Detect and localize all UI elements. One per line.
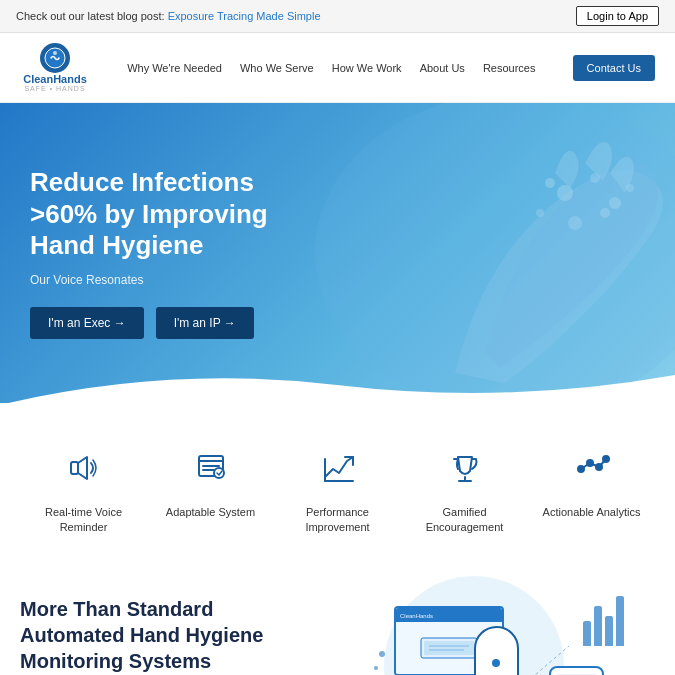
svg-point-5 [609,197,621,209]
svg-point-7 [568,216,582,230]
nav-resources[interactable]: Resources [483,62,536,74]
settings-icon [186,443,236,493]
chart-bars [583,596,624,646]
nav-about[interactable]: About Us [420,62,465,74]
svg-point-16 [214,468,224,478]
svg-point-10 [600,208,610,218]
contact-button[interactable]: Contact Us [573,55,655,81]
trophy-icon [440,443,490,493]
announcement-link[interactable]: Exposure Tracing Made Simple [168,10,321,22]
bar-1 [583,621,591,646]
logo-sub: SAFE • HANDS [24,85,85,92]
bar-2 [594,606,602,646]
svg-point-1 [53,51,57,55]
nav-why-needed[interactable]: Why We're Needed [127,62,222,74]
svg-point-4 [590,173,600,183]
hero-title: Reduce Infections >60% by Improving Hand… [30,167,290,261]
logo: CleanHands SAFE • HANDS [20,43,90,92]
chart-up-icon [313,443,363,493]
feature-gamified-label: Gamified Encouragement [410,505,520,536]
feature-voice-label: Real-time Voice Reminder [29,505,139,536]
device-illustration: CleanHands [353,596,656,675]
hero-subtitle: Our Voice Resonates [30,273,290,287]
svg-rect-27 [424,641,474,655]
login-button[interactable]: Login to App [576,6,659,26]
nav-who-serve[interactable]: Who We Serve [240,62,314,74]
device-group: CleanHands [374,596,634,675]
bar-4 [616,596,624,646]
feature-gamified: Gamified Encouragement [410,443,520,536]
header: CleanHands SAFE • HANDS Why We're Needed… [0,33,675,103]
svg-text:CleanHands: CleanHands [400,613,433,619]
bar-3 [605,616,613,646]
bottom-section: More Than Standard Automated Hand Hygien… [0,566,675,675]
logo-icon [40,43,70,73]
main-nav: Why We're Needed Who We Serve How We Wor… [90,62,573,74]
bottom-title: More Than Standard Automated Hand Hygien… [20,596,323,674]
sensor-body [474,626,519,675]
analytics-icon [567,443,617,493]
svg-point-6 [536,209,544,217]
feature-performance: Performance Improvement [283,443,393,536]
announcement-bar: Check out our latest blog post: Exposure… [0,0,675,33]
bottom-text: More Than Standard Automated Hand Hygien… [20,596,323,675]
hero-buttons: I'm an Exec → I'm an IP → [30,307,290,339]
sensor-indicator [492,659,500,667]
speaker-icon [59,443,109,493]
feature-analytics-label: Actionable Analytics [543,505,641,520]
dot-2 [374,666,378,670]
feature-voice: Real-time Voice Reminder [29,443,139,536]
features-section: Real-time Voice Reminder Adaptable Syste… [0,403,675,566]
feature-adaptable: Adaptable System [156,443,266,520]
svg-point-9 [626,184,634,192]
feature-analytics: Actionable Analytics [537,443,647,520]
monitor-header: CleanHands [396,608,502,622]
hero-content: Reduce Infections >60% by Improving Hand… [0,137,320,369]
svg-point-8 [545,178,555,188]
svg-rect-11 [71,462,78,474]
nav-how-work[interactable]: How We Work [332,62,402,74]
logo-text: CleanHands [23,73,87,85]
hero-section: Reduce Infections >60% by Improving Hand… [0,103,675,403]
announcement-text: Check out our latest blog post: Exposure… [16,10,321,22]
exec-button[interactable]: I'm an Exec → [30,307,144,339]
sensor-device [474,626,519,675]
feature-adaptable-label: Adaptable System [166,505,255,520]
hero-wave [0,365,675,403]
svg-point-3 [557,185,573,201]
phone-device [549,666,604,675]
dot-1 [379,651,385,657]
ip-button[interactable]: I'm an IP → [156,307,254,339]
feature-performance-label: Performance Improvement [283,505,393,536]
